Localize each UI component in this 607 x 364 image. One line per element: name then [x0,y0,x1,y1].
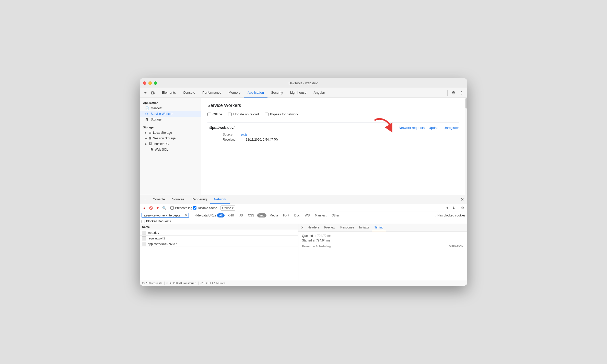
sidebar-item-web-sql[interactable]: 🗄 Web SQL [140,147,201,152]
tab-lighthouse[interactable]: Lighthouse [287,88,310,98]
filter-pill-font[interactable]: Font [281,213,291,217]
sidebar-item-storage[interactable]: 🗄 Storage [140,117,201,122]
offline-checkbox-label[interactable]: Offline [207,112,222,116]
throttle-select[interactable]: Online ▾ [220,205,236,211]
detail-tab-initiator[interactable]: Initiator [357,224,372,231]
traffic-lights [143,81,157,85]
tab-application[interactable]: Application [244,88,267,98]
blocked-requests-checkbox[interactable] [142,220,145,223]
unregister-link[interactable]: Unregister [443,126,459,130]
has-blocked-cookies-label[interactable]: Has blocked cookies [433,214,465,217]
bypass-for-network-checkbox-label[interactable]: Bypass for network [265,112,298,116]
detail-tab-preview[interactable]: Preview [322,224,338,231]
checkboxes-row: Offline Update on reload Bypass for netw… [207,112,459,116]
close-button[interactable] [143,81,146,85]
device-icon[interactable] [150,90,156,96]
filter-pill-other[interactable]: Other [330,213,341,217]
tab-console[interactable]: Console [179,88,199,98]
bottom-panel-close-icon[interactable]: ✕ [459,197,466,202]
panel-title: Service Workers [207,103,459,108]
update-link[interactable]: Update [429,126,439,130]
record-button[interactable]: ● [142,205,147,211]
requests-list: web.dev regular.woff2 app.css?v=6e2768d7 [140,230,298,280]
tab-rendering-bottom[interactable]: Rendering [188,195,210,204]
clear-button[interactable]: 🚫 [148,205,154,211]
preserve-log-label[interactable]: Preserve log [170,206,192,210]
filter-input[interactable] [143,214,184,217]
request-row[interactable]: app.css?v=6e2768d7 [140,241,298,247]
indexeddb-icon: 🗄 [149,142,152,146]
status-bar: 27 / 50 requests 0 B / 286 kB transferre… [140,280,467,286]
detail-content: Queued at 794.72 ms Started at 794.94 ms… [298,232,467,280]
import-har-icon[interactable]: ⬆ [444,205,450,211]
sidebar-item-service-workers[interactable]: ⚙ Service Workers [140,111,201,117]
network-split: Name web.dev regular.woff2 app.css?v=6e2… [140,224,467,280]
more-options-icon[interactable]: ⋮ [458,90,465,96]
devtools-toolbar: Elements Console Performance Memory Appl… [140,88,467,98]
tab-console-bottom[interactable]: Console [149,195,169,204]
bottom-tabs-dots[interactable]: ⋮ [141,197,149,202]
tab-network-bottom[interactable]: Network [210,195,230,204]
requests-panel: Name web.dev regular.woff2 app.css?v=6e2… [140,224,298,280]
request-row[interactable]: web.dev [140,230,298,236]
filter-pill-img[interactable]: Img [257,213,266,217]
tab-elements[interactable]: Elements [158,88,179,98]
sidebar-item-local-storage[interactable]: ▶ ⊞ Local Storage [140,130,201,136]
hide-data-urls-checkbox[interactable] [190,214,193,217]
update-on-reload-checkbox-label[interactable]: Update on reload [228,112,259,116]
request-row[interactable]: regular.woff2 [140,236,298,241]
blocked-requests-label[interactable]: Blocked Requests [142,220,171,223]
detail-tab-headers[interactable]: Headers [305,224,322,231]
filter-pill-all[interactable]: All [217,213,225,217]
filter-pill-css[interactable]: CSS [246,213,256,217]
export-har-icon[interactable]: ⬇ [451,205,457,211]
sw-source-value[interactable]: sw.js [241,133,247,136]
net-separator-1 [169,206,169,210]
tab-performance[interactable]: Performance [199,88,225,98]
disable-cache-checkbox[interactable] [193,206,196,210]
hide-data-urls-label[interactable]: Hide data URLs [190,214,216,217]
preserve-log-checkbox[interactable] [170,206,174,210]
filter-clear-icon[interactable]: ✕ [185,213,188,217]
filter-pill-manifest[interactable]: Manifest [313,213,329,217]
filter-pill-js[interactable]: JS [237,213,245,217]
disable-cache-label[interactable]: Disable cache [193,206,217,210]
bottom-tabs-bar: ⋮ Console Sources Rendering Network ✕ [140,195,467,204]
sw-url: https://web.dev/ [207,126,235,130]
detail-tab-timing[interactable]: Timing [372,224,386,231]
titlebar: DevTools - web.dev/ [140,78,467,88]
filter-pill-ws[interactable]: WS [303,213,312,217]
main-scrollbar[interactable] [465,98,467,195]
websql-icon: 🗄 [150,148,153,151]
inspect-icon[interactable] [142,90,149,96]
started-at: Started at 794.94 ms [302,239,463,242]
maximize-button[interactable] [154,81,157,85]
has-blocked-cookies-checkbox[interactable] [433,214,436,217]
sw-url-row: https://web.dev/ Network requests Update… [207,126,459,130]
network-requests-link[interactable]: Network requests [399,126,425,130]
filter-input-wrapper: ✕ [142,213,189,218]
net-separator-2 [219,206,219,210]
network-settings-icon[interactable]: ⚙ [460,205,465,211]
tab-sources-bottom[interactable]: Sources [169,195,188,204]
filter-pill-doc[interactable]: Doc [292,213,302,217]
tab-memory[interactable]: Memory [225,88,244,98]
tab-security[interactable]: Security [267,88,287,98]
sidebar-item-session-storage[interactable]: ▶ ⊞ Session Storage [140,136,201,141]
bypass-for-network-checkbox[interactable] [265,113,269,116]
devtools-window: DevTools - web.dev/ Elements Console [140,78,467,286]
sidebar-item-manifest[interactable]: 📄 Manifest [140,105,201,111]
minimize-button[interactable] [148,81,152,85]
filter-button[interactable] [155,205,160,211]
detail-close-icon[interactable]: ✕ [299,225,305,230]
status-sep-1 [164,282,165,285]
update-on-reload-checkbox[interactable] [228,113,232,116]
filter-pill-xhr[interactable]: XHR [226,213,236,217]
tab-angular[interactable]: Angular [310,88,329,98]
sidebar-item-indexeddb[interactable]: ▶ 🗄 IndexedDB [140,141,201,147]
search-button[interactable]: 🔍 [161,205,167,211]
offline-checkbox[interactable] [207,113,211,116]
filter-pill-media[interactable]: Media [267,213,280,217]
settings-icon[interactable]: ⚙ [450,90,457,96]
detail-tab-response[interactable]: Response [338,224,357,231]
